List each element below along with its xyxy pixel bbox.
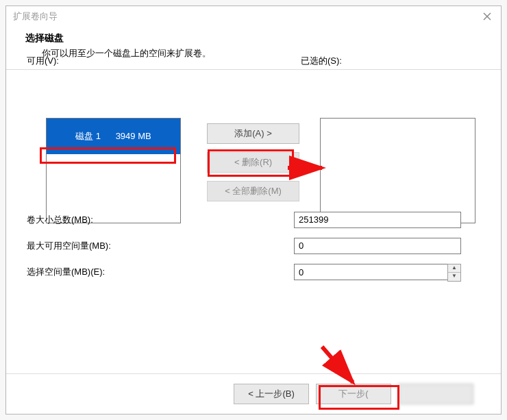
max-space-label: 最大可用空间量(MB): [27,240,294,252]
remove-button: < 删除(R) [207,152,299,173]
wizard-footer: < 上一步(B) 下一步( [6,373,501,414]
selected-label: 已选的(S): [301,55,342,67]
total-size-label: 卷大小总数(MB): [27,214,294,226]
cancel-button[interactable] [398,384,473,404]
titlebar: 扩展卷向导 [6,6,501,27]
spinner-down-icon[interactable]: ▼ [448,273,460,280]
back-button[interactable]: < 上一步(B) [234,384,309,404]
size-fields: 卷大小总数(MB): 251399 最大可用空间量(MB): 0 选择空间量(M… [27,207,480,285]
close-button[interactable] [480,10,494,23]
max-space-row: 最大可用空间量(MB): 0 [27,233,480,259]
disk-name: 磁盘 1 [75,131,101,141]
page-subtitle: 你可以用至少一个磁盘上的空间来扩展卷。 [25,47,482,60]
add-button[interactable]: 添加(A) > [207,123,299,144]
wizard-body: 可用(V): 已选的(S): 磁盘 1 3949 MB 添加(A) > < 删除… [6,69,501,420]
total-size-value: 251399 [294,212,461,228]
available-label: 可用(V): [27,55,59,67]
choose-space-input[interactable] [294,264,453,280]
total-size-row: 卷大小总数(MB): 251399 [27,207,480,233]
disk-size: 3949 MB [116,131,151,141]
page-title: 选择磁盘 [25,32,482,45]
transfer-buttons: 添加(A) > < 删除(R) < 全部删除(M) [207,123,299,210]
choose-space-row: 选择空间量(MB)(E): ▲ ▼ [27,259,480,285]
next-button[interactable]: 下一步( [316,384,391,404]
remove-all-button: < 全部删除(M) [207,181,299,201]
max-space-value: 0 [294,238,461,254]
choose-space-spinner[interactable]: ▲ ▼ [294,264,461,280]
wizard-dialog: 扩展卷向导 选择磁盘 你可以用至少一个磁盘上的空间来扩展卷。 可用(V): 已选… [5,5,502,415]
spinner-arrows[interactable]: ▲ ▼ [447,264,461,282]
wizard-header: 选择磁盘 你可以用至少一个磁盘上的空间来扩展卷。 [6,27,501,69]
choose-space-label: 选择空间量(MB)(E): [27,266,294,278]
spinner-up-icon[interactable]: ▲ [448,264,460,273]
close-icon [482,12,492,21]
window-title: 扩展卷向导 [13,11,58,21]
available-disk-item[interactable]: 磁盘 1 3949 MB [47,119,180,154]
